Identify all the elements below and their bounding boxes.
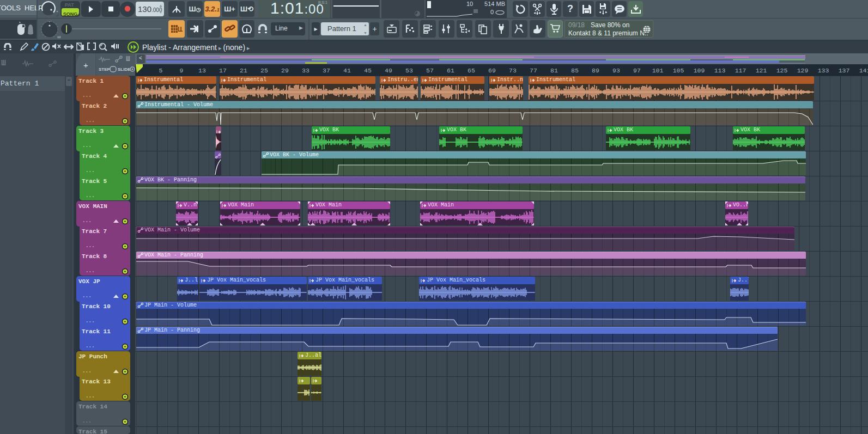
svg-text:+: + [83,60,88,70]
svg-text:Ш: Ш [178,26,183,33]
